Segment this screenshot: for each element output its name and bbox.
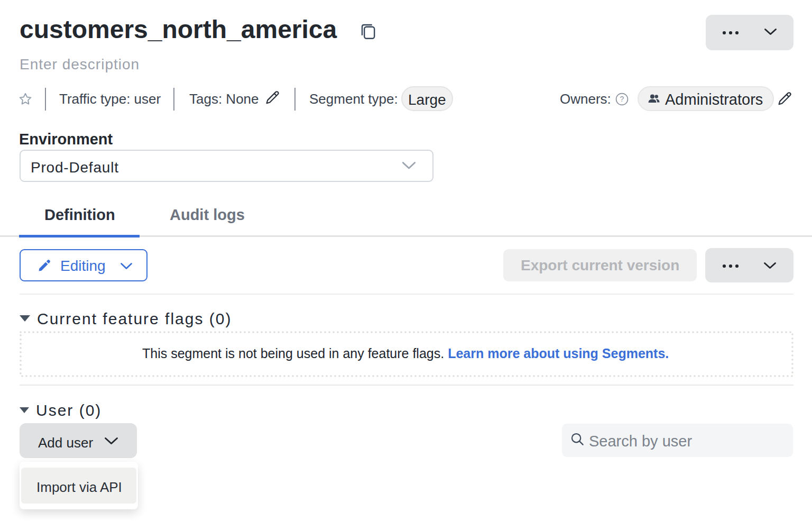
svg-text:?: ?	[620, 95, 624, 104]
